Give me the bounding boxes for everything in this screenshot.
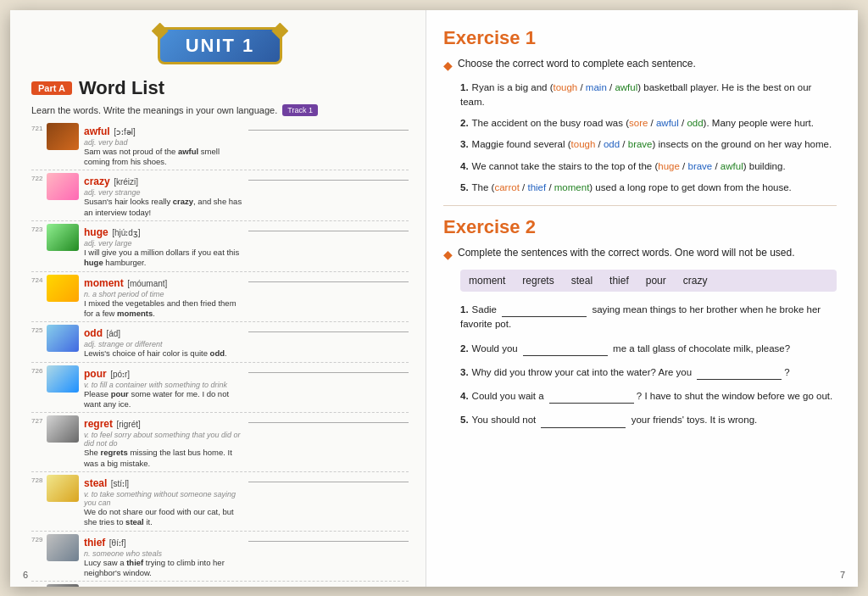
word-line — [248, 482, 409, 482]
word-image — [47, 325, 79, 352]
right-page: Exercise 1 ◆ Choose the correct word to … — [426, 10, 858, 587]
exercise2-item: 2.Would you me a tall glass of chocolate… — [460, 341, 837, 356]
word-entry: 726 pour [póːr] v. to fill a container w… — [31, 365, 409, 414]
word-example: Please pour some water for me. I do not … — [84, 389, 244, 410]
word-num: 726 — [31, 367, 47, 375]
word-headword: pour [póːr] — [84, 365, 244, 381]
exercise2-item: 5.You should not your friends' toys. It … — [460, 412, 837, 427]
word-example: Susan's hair looks really crazy, and she… — [84, 197, 244, 218]
word-content: thief [θíːf] n. someone who steals Lucy … — [84, 534, 244, 579]
word-pos: adj. strange or different — [84, 340, 244, 348]
section-title: Word List — [79, 77, 164, 99]
section-header: Part A Word List — [31, 77, 409, 99]
word-line — [248, 231, 409, 231]
word-headword: tough [tʌf] — [84, 584, 244, 586]
blank-line — [541, 412, 626, 427]
word-content: pour [póːr] v. to fill a container with … — [84, 365, 244, 410]
word-entry: 721 awful [ɔːfəl] adj. very bad Sam was … — [31, 123, 409, 171]
exercise1-item: 3.Maggie found several (tough / odd / br… — [460, 137, 837, 152]
word-example: She regrets missing the last bus home. I… — [84, 448, 244, 469]
word-line — [248, 541, 409, 542]
word-content: odd [ád] adj. strange or different Lewis… — [84, 325, 244, 359]
word-pos: v. to fill a container with something to… — [84, 381, 244, 389]
exercise1-instruction: ◆ Choose the correct word to complete ea… — [443, 58, 837, 72]
word-entry: 730 tough [tʌf] adj. strong Max was the … — [31, 584, 409, 586]
word-line — [248, 281, 409, 282]
word-image — [47, 475, 79, 502]
word-image — [47, 173, 79, 200]
word-bank-item: crazy — [683, 275, 708, 287]
exercise1-item: 5.The (carrot / thief / moment) used a l… — [460, 181, 837, 195]
word-entry: 724 moment [móumant] n. a short period o… — [31, 275, 409, 323]
word-headword: crazy [kréizi] — [84, 173, 244, 188]
word-content: regret [rigrét] v. to feel sorry about s… — [84, 415, 244, 469]
word-bank-item: regrets — [522, 275, 554, 287]
word-content: tough [tʌf] adj. strong Max was the toug… — [84, 584, 244, 586]
word-headword: regret [rigrét] — [84, 415, 244, 431]
word-bank-item: pour — [646, 275, 666, 287]
word-headword: odd [ád] — [84, 325, 244, 340]
word-content: steal [stíːl] v. to take something witho… — [84, 475, 244, 528]
word-num: 728 — [31, 476, 47, 484]
word-num: 724 — [31, 276, 47, 284]
word-headword: thief [θíːf] — [84, 534, 244, 549]
exercise1-items: 1.Ryan is a big and (tough / main / awfu… — [460, 81, 837, 196]
exercise2-item: 1.Sadie saying mean things to her brothe… — [460, 302, 837, 332]
diamond-icon-2: ◆ — [443, 248, 453, 261]
blank-line — [549, 388, 634, 404]
word-pos: n. a short period of time — [84, 290, 244, 298]
word-example: Sam was not proud of the awful smell com… — [84, 147, 244, 168]
word-entry: 722 crazy [kréizi] adj. very strange Sus… — [31, 173, 409, 221]
word-line — [248, 180, 409, 181]
blank-line — [502, 302, 587, 317]
word-pos: n. someone who steals — [84, 549, 244, 558]
word-pos: adj. very bad — [84, 138, 244, 147]
word-bank-item: thief — [609, 275, 629, 287]
word-list: 721 awful [ɔːfəl] adj. very bad Sam was … — [31, 123, 409, 587]
word-num: 721 — [31, 125, 47, 132]
exercise2-instruction: ◆ Complete the sentences with the correc… — [443, 247, 837, 261]
word-entry: 727 regret [rigrét] v. to feel sorry abo… — [31, 415, 409, 472]
part-a-badge: Part A — [31, 81, 72, 95]
word-headword: huge [hjúːdʒ] — [84, 224, 244, 239]
word-example: Lewis's choice of hair color is quite od… — [84, 348, 244, 359]
word-image — [47, 534, 79, 561]
exercise1-title: Exercise 1 — [443, 27, 837, 49]
word-example: We do not share our food with our cat, b… — [84, 507, 244, 528]
word-bank: momentregretsstealthiefpourcrazy — [460, 270, 837, 292]
word-content: crazy [kréizi] adj. very strange Susan's… — [84, 173, 244, 218]
exercise2-item: 4.Could you wait a ? I have to shut the … — [460, 388, 837, 404]
word-headword: awful [ɔːfəl] — [84, 123, 244, 138]
instruction-text: Learn the words. Write the meanings in y… — [31, 105, 277, 115]
exercise1-item: 4.We cannot take the stairs to the top o… — [460, 159, 837, 174]
word-entry: 729 thief [θíːf] n. someone who steals L… — [31, 534, 409, 582]
unit-banner: UNIT 1 — [31, 27, 409, 64]
word-content: moment [móumant] n. a short period of ti… — [84, 275, 244, 320]
word-image — [47, 584, 79, 586]
word-headword: moment [móumant] — [84, 275, 244, 290]
word-image — [47, 415, 79, 443]
page-number-right: 7 — [840, 570, 845, 580]
word-num: 723 — [31, 226, 47, 233]
word-line — [248, 372, 409, 373]
word-bank-item: steal — [571, 275, 593, 287]
word-line — [248, 130, 409, 131]
word-entry: 728 steal [stíːl] v. to take something w… — [31, 475, 409, 532]
word-headword: steal [stíːl] — [84, 475, 244, 490]
word-pos: v. to feel sorry about something that yo… — [84, 431, 244, 448]
word-image — [47, 365, 79, 393]
word-pos: v. to take something without someone say… — [84, 490, 244, 507]
word-example: I mixed the vegetables and then fried th… — [84, 298, 244, 320]
exercise2-title: Exercise 2 — [443, 216, 837, 238]
word-image — [47, 123, 79, 150]
word-image — [47, 275, 79, 302]
word-num: 727 — [31, 417, 47, 425]
word-entry: 723 huge [hjúːdʒ] adj. very large I will… — [31, 224, 409, 272]
word-line — [248, 331, 409, 332]
word-example: Lucy saw a thief trying to climb into he… — [84, 558, 244, 579]
word-line — [248, 422, 409, 423]
word-entry: 725 odd [ád] adj. strange or different L… — [31, 325, 409, 362]
unit-title: UNIT 1 — [158, 27, 283, 64]
track-badge: Track 1 — [282, 104, 318, 116]
word-bank-item: moment — [469, 275, 505, 287]
